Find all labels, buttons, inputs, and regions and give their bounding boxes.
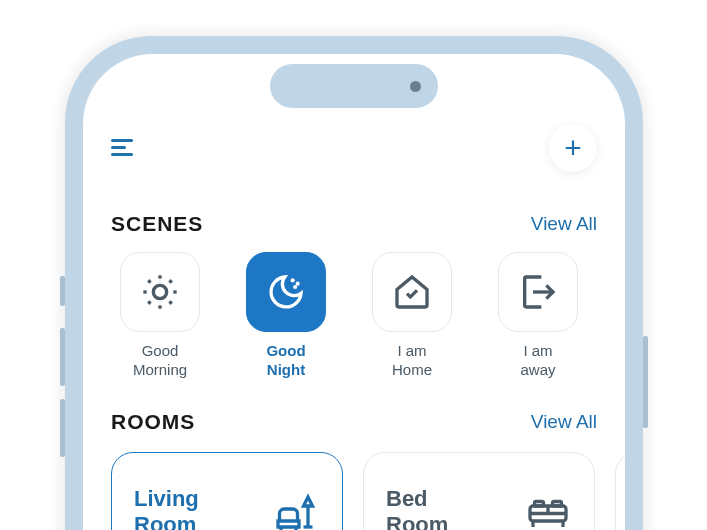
room-label: Bed Room: [386, 486, 448, 530]
svg-line-4: [169, 301, 171, 303]
plus-icon: +: [564, 133, 582, 163]
add-button[interactable]: +: [549, 124, 597, 172]
bed-icon: [524, 488, 572, 531]
phone-frame: + SCENES View All Good Morning: [65, 36, 643, 530]
top-bar: +: [111, 126, 597, 170]
scenes-title: SCENES: [111, 212, 203, 236]
scene-label: I am Home: [363, 342, 461, 380]
sofa-lamp-icon: [272, 488, 320, 531]
moon-icon: [266, 272, 306, 312]
room-dining-room[interactable]: Di R: [615, 452, 625, 531]
scene-good-night[interactable]: Good Night: [237, 252, 335, 380]
svg-line-7: [148, 301, 150, 303]
scenes-view-all[interactable]: View All: [531, 213, 597, 235]
exit-icon: [518, 272, 558, 312]
scenes-row: Good Morning Good Night I am Home: [111, 252, 597, 380]
scenes-header: SCENES View All: [111, 212, 597, 236]
menu-button[interactable]: [111, 134, 139, 162]
svg-line-8: [169, 280, 171, 282]
svg-point-0: [153, 285, 166, 298]
rooms-title: ROOMS: [111, 410, 195, 434]
room-bed-room[interactable]: Bed Room: [363, 452, 595, 531]
phone-power-button: [643, 336, 648, 428]
rooms-view-all[interactable]: View All: [531, 411, 597, 433]
room-living-room[interactable]: Living Room: [111, 452, 343, 531]
rooms-row: Living Room Bed Room: [111, 452, 597, 531]
rooms-header: ROOMS View All: [111, 410, 597, 434]
svg-rect-21: [553, 501, 562, 506]
scene-i-am-home[interactable]: I am Home: [363, 252, 461, 380]
svg-rect-20: [535, 501, 544, 506]
scene-label: Good Morning: [111, 342, 209, 380]
phone-screen: + SCENES View All Good Morning: [83, 54, 625, 530]
room-label: Living Room: [134, 486, 199, 530]
svg-line-3: [148, 280, 150, 282]
scene-label: Good Night: [237, 342, 335, 380]
scene-i-am-away[interactable]: I am away: [489, 252, 587, 380]
scene-label: I am away: [489, 342, 587, 380]
sun-icon: [140, 272, 180, 312]
scene-good-morning[interactable]: Good Morning: [111, 252, 209, 380]
home-check-icon: [392, 272, 432, 312]
